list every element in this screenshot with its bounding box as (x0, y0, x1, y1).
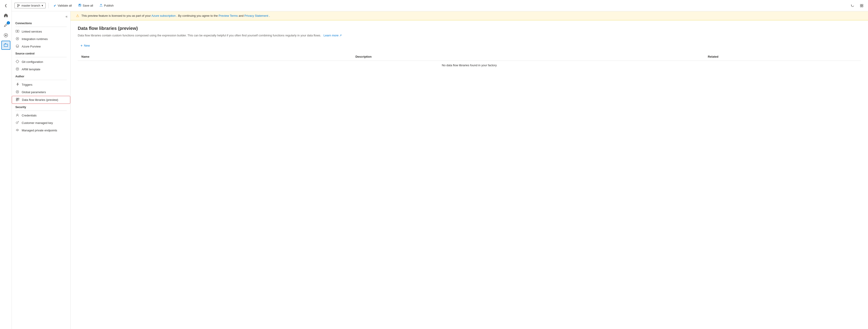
managed-private-endpoints-item[interactable]: Managed private endpoints (12, 127, 70, 134)
branch-selector[interactable]: master branch ▾ (14, 3, 46, 8)
svg-point-3 (18, 4, 18, 5)
publish-icon (99, 4, 103, 7)
svg-rect-13 (18, 30, 19, 32)
credentials-label: Credentials (22, 114, 37, 117)
arm-template-item[interactable]: ARM template (12, 66, 70, 73)
icon-rail: ❮ 1 (0, 0, 12, 329)
warning-icon: ⚠ (76, 13, 79, 18)
description-column-header: Description (352, 53, 704, 61)
svg-rect-2 (4, 44, 8, 47)
data-flow-libraries-icon (16, 98, 20, 102)
save-all-button[interactable]: Save all (76, 2, 95, 8)
global-parameters-label: Global parameters (22, 90, 46, 94)
azure-purview-icon (16, 44, 20, 49)
author-section-label: Author (12, 73, 70, 79)
refresh-button[interactable] (849, 2, 856, 9)
global-parameters-item[interactable]: Global parameters (12, 88, 70, 96)
sidebar-collapse-btn: « (12, 13, 70, 20)
azure-purview-item[interactable]: Azure Purview (12, 43, 70, 50)
customer-managed-key-item[interactable]: Customer managed key (12, 119, 70, 127)
svg-rect-8 (860, 4, 862, 5)
page-description-text: Data flow libraries contain custom funct… (78, 34, 321, 37)
new-button-label: New (84, 44, 90, 47)
main-wrapper: master branch ▾ ✔ Validate all Save all (12, 0, 868, 329)
integration-runtimes-item[interactable]: Integration runtimes (12, 35, 70, 43)
git-configuration-label: Git configuration (22, 60, 43, 63)
credentials-item[interactable]: Credentials (12, 112, 70, 119)
new-plus-icon: + (81, 43, 83, 48)
integration-runtimes-icon (16, 37, 20, 41)
content-area: « Connections Linked services (12, 11, 868, 329)
svg-rect-9 (862, 4, 863, 5)
triggers-item[interactable]: Triggers (12, 81, 70, 88)
git-configuration-item[interactable]: Git configuration (12, 58, 70, 66)
svg-point-4 (18, 6, 18, 7)
learn-more-label: Learn more (323, 34, 338, 37)
svg-point-26 (16, 122, 18, 124)
sidebar-collapse-icon[interactable]: « (65, 14, 68, 19)
data-flow-libraries-item[interactable]: Data flow libraries (preview) (12, 96, 70, 104)
managed-private-endpoints-icon (16, 128, 20, 132)
edit-nav-icon[interactable]: 1 (1, 21, 10, 30)
connections-section-label: Connections (12, 20, 70, 26)
security-section-label: Security (12, 104, 70, 110)
integration-runtimes-label: Integration runtimes (22, 37, 48, 41)
azure-purview-label: Azure Purview (22, 45, 41, 48)
publish-label: Publish (104, 4, 114, 7)
monitor-nav-icon[interactable] (1, 31, 10, 40)
svg-point-20 (16, 90, 19, 93)
source-control-section-label: Source control (12, 50, 70, 56)
manage-nav-icon[interactable] (1, 41, 10, 50)
arm-template-icon (16, 67, 20, 71)
publish-button[interactable]: Publish (97, 2, 116, 8)
customer-managed-key-label: Customer managed key (22, 121, 53, 125)
save-all-label: Save all (83, 4, 93, 7)
security-divider (16, 111, 67, 111)
svg-rect-10 (860, 6, 862, 7)
learn-more-link[interactable]: Learn more ↗ (323, 34, 342, 37)
svg-rect-23 (18, 98, 19, 99)
expand-button[interactable]: ❮ (1, 2, 10, 9)
banner-text-end: . (269, 14, 270, 18)
grid-view-button[interactable] (858, 2, 865, 9)
name-column-header: Name (78, 53, 352, 61)
triggers-label: Triggers (22, 83, 32, 86)
new-button[interactable]: + New (78, 42, 92, 49)
edit-badge: 1 (7, 21, 10, 24)
home-nav-icon[interactable] (1, 11, 10, 20)
svg-rect-7 (79, 4, 80, 5)
expand-icon: ❮ (4, 4, 7, 7)
page-content: Data flow libraries (preview) Data flow … (70, 20, 868, 75)
svg-rect-24 (16, 100, 18, 101)
customer-managed-key-icon (16, 121, 20, 125)
validate-all-button[interactable]: ✔ Validate all (51, 3, 74, 8)
main-panel: ⚠ This preview feature is licensed to yo… (70, 11, 868, 329)
linked-services-label: Linked services (22, 30, 42, 33)
validate-icon: ✔ (54, 4, 56, 7)
privacy-statement-link[interactable]: Privacy Statement (244, 14, 268, 18)
svg-point-21 (17, 91, 18, 92)
source-control-divider (16, 57, 67, 57)
sidebar: « Connections Linked services (12, 11, 70, 329)
toolbar: master branch ▾ ✔ Validate all Save all (12, 0, 868, 11)
branch-icon (17, 4, 20, 7)
svg-rect-22 (16, 98, 18, 99)
empty-message-text: No data flow libraries found in your fac… (442, 63, 497, 67)
validate-all-label: Validate all (58, 4, 72, 7)
azure-subscription-link[interactable]: Azure subscription (151, 14, 176, 18)
arm-template-label: ARM template (22, 68, 40, 71)
svg-point-16 (16, 45, 19, 48)
svg-rect-17 (16, 60, 19, 63)
svg-point-15 (17, 38, 18, 39)
svg-point-27 (17, 130, 18, 131)
page-title: Data flow libraries (preview) (78, 26, 861, 31)
linked-services-item[interactable]: Linked services (12, 28, 70, 35)
toolbar-right (849, 2, 865, 9)
connections-divider (16, 27, 67, 27)
banner-text: This preview feature is licensed to you … (81, 14, 270, 18)
global-parameters-icon (16, 90, 20, 94)
preview-terms-link[interactable]: Preview Terms (219, 14, 238, 18)
data-table: Name Description Related No data flow li… (78, 53, 861, 70)
save-icon (78, 4, 81, 7)
git-configuration-icon (16, 60, 20, 64)
